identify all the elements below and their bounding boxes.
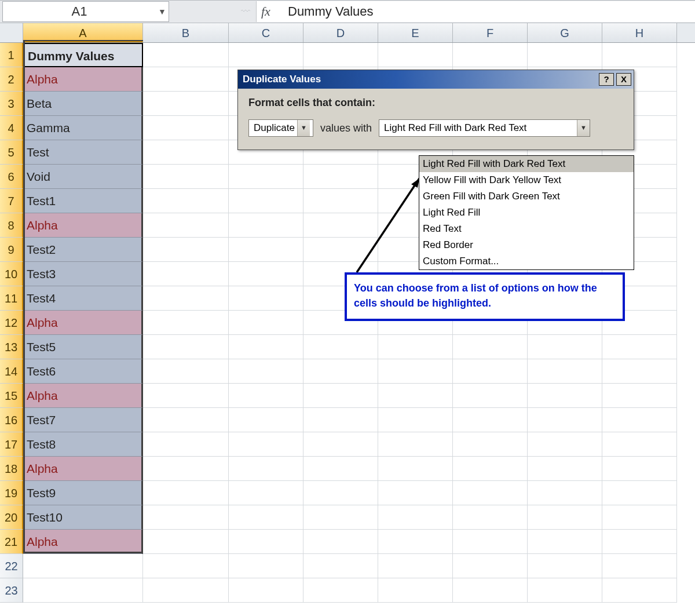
cell[interactable] bbox=[229, 578, 303, 603]
cell[interactable]: Test3 bbox=[23, 262, 143, 286]
cell[interactable] bbox=[23, 578, 143, 603]
format-option[interactable]: Green Fill with Dark Green Text bbox=[419, 188, 634, 205]
cell[interactable] bbox=[528, 505, 602, 530]
cell[interactable]: Alpha bbox=[23, 67, 143, 92]
chevron-down-icon[interactable]: ▼ bbox=[156, 7, 169, 16]
row-header[interactable]: 13 bbox=[0, 335, 23, 359]
cell[interactable] bbox=[143, 140, 229, 165]
cell[interactable] bbox=[229, 262, 303, 286]
row-header[interactable]: 3 bbox=[0, 92, 23, 116]
format-select[interactable]: Light Red Fill with Dark Red Text ▼ bbox=[379, 119, 590, 137]
cell[interactable] bbox=[229, 286, 303, 311]
row-header[interactable]: 21 bbox=[0, 530, 23, 554]
cell[interactable] bbox=[303, 554, 378, 578]
row-header[interactable]: 17 bbox=[0, 432, 23, 457]
cell[interactable] bbox=[229, 335, 303, 359]
format-option[interactable]: Red Text bbox=[419, 221, 634, 237]
cell[interactable] bbox=[378, 578, 453, 603]
cell[interactable] bbox=[602, 43, 677, 67]
cell[interactable] bbox=[453, 457, 528, 481]
cell[interactable] bbox=[229, 384, 303, 408]
cell[interactable]: Alpha bbox=[23, 384, 143, 408]
row-header[interactable]: 5 bbox=[0, 140, 23, 165]
cell[interactable] bbox=[602, 505, 677, 530]
cell[interactable] bbox=[303, 408, 378, 432]
cell[interactable] bbox=[229, 481, 303, 505]
cell[interactable] bbox=[143, 262, 229, 286]
row-header[interactable]: 6 bbox=[0, 165, 23, 189]
cell[interactable]: Test bbox=[23, 140, 143, 165]
name-box[interactable]: A1 ▼ bbox=[2, 1, 169, 22]
cell[interactable] bbox=[453, 359, 528, 384]
cell[interactable] bbox=[143, 359, 229, 384]
cell[interactable] bbox=[602, 384, 677, 408]
cell[interactable] bbox=[303, 384, 378, 408]
cell[interactable]: Test6 bbox=[23, 359, 143, 384]
cell[interactable] bbox=[229, 554, 303, 578]
format-option[interactable]: Yellow Fill with Dark Yellow Text bbox=[419, 172, 634, 188]
cell[interactable]: Test7 bbox=[23, 408, 143, 432]
cell[interactable] bbox=[453, 578, 528, 603]
row-header[interactable]: 16 bbox=[0, 408, 23, 432]
row-header[interactable]: 9 bbox=[0, 238, 23, 262]
cell[interactable] bbox=[143, 286, 229, 311]
cell[interactable] bbox=[303, 165, 378, 189]
cell[interactable] bbox=[602, 408, 677, 432]
cell[interactable] bbox=[528, 335, 602, 359]
cell[interactable] bbox=[143, 432, 229, 457]
col-header-f[interactable]: F bbox=[453, 23, 528, 42]
cell[interactable]: Dummy Values bbox=[23, 43, 143, 67]
cell[interactable] bbox=[229, 43, 303, 67]
cell[interactable] bbox=[602, 335, 677, 359]
cell[interactable] bbox=[602, 432, 677, 457]
col-header-h[interactable]: H bbox=[602, 23, 677, 42]
cell[interactable] bbox=[229, 530, 303, 554]
row-header[interactable]: 14 bbox=[0, 359, 23, 384]
cell[interactable] bbox=[453, 43, 528, 67]
row-header[interactable]: 18 bbox=[0, 457, 23, 481]
cell[interactable] bbox=[229, 408, 303, 432]
col-header-g[interactable]: G bbox=[528, 23, 602, 42]
cell[interactable] bbox=[602, 578, 677, 603]
cell[interactable]: Alpha bbox=[23, 530, 143, 554]
row-header[interactable]: 23 bbox=[0, 578, 23, 603]
cell[interactable] bbox=[229, 311, 303, 335]
col-header-c[interactable]: C bbox=[229, 23, 303, 42]
cell[interactable] bbox=[143, 67, 229, 92]
cell[interactable] bbox=[143, 116, 229, 140]
row-header[interactable]: 8 bbox=[0, 213, 23, 238]
cell[interactable] bbox=[602, 457, 677, 481]
row-header[interactable]: 2 bbox=[0, 67, 23, 92]
cell[interactable] bbox=[378, 432, 453, 457]
cell[interactable]: Test8 bbox=[23, 432, 143, 457]
cell[interactable] bbox=[143, 578, 229, 603]
cell[interactable]: Alpha bbox=[23, 457, 143, 481]
chevron-down-icon[interactable]: ▼ bbox=[297, 120, 310, 136]
cell[interactable] bbox=[143, 238, 229, 262]
cell[interactable] bbox=[528, 457, 602, 481]
cell[interactable] bbox=[602, 554, 677, 578]
col-header-d[interactable]: D bbox=[303, 23, 378, 42]
cell[interactable] bbox=[229, 238, 303, 262]
cell[interactable] bbox=[453, 408, 528, 432]
cell[interactable]: Alpha bbox=[23, 213, 143, 238]
cell[interactable] bbox=[453, 554, 528, 578]
cell[interactable] bbox=[229, 189, 303, 213]
row-header[interactable]: 4 bbox=[0, 116, 23, 140]
cell[interactable] bbox=[303, 43, 378, 67]
row-header[interactable]: 22 bbox=[0, 554, 23, 578]
cell[interactable] bbox=[378, 408, 453, 432]
cell[interactable] bbox=[378, 530, 453, 554]
cell[interactable]: Void bbox=[23, 165, 143, 189]
cell[interactable] bbox=[528, 554, 602, 578]
cell[interactable] bbox=[378, 335, 453, 359]
cell[interactable] bbox=[303, 481, 378, 505]
cell[interactable] bbox=[143, 505, 229, 530]
cell[interactable] bbox=[602, 530, 677, 554]
row-header[interactable]: 11 bbox=[0, 286, 23, 311]
cell[interactable]: Test10 bbox=[23, 505, 143, 530]
cell[interactable] bbox=[143, 335, 229, 359]
cell[interactable] bbox=[143, 92, 229, 116]
cell[interactable]: Test5 bbox=[23, 335, 143, 359]
cell[interactable] bbox=[378, 457, 453, 481]
